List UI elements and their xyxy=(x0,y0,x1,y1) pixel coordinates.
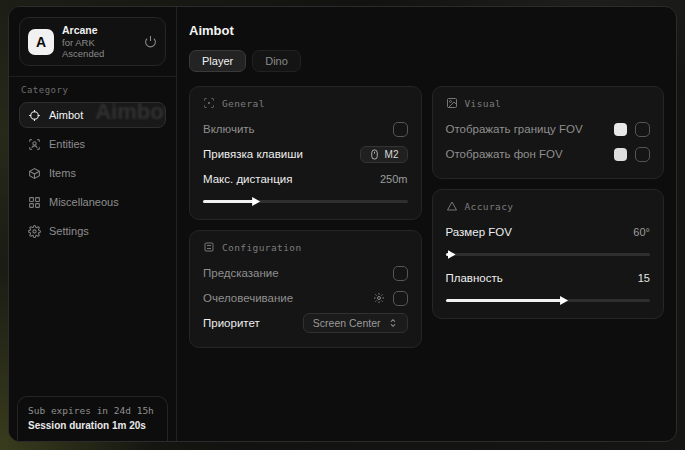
enable-checkbox[interactable] xyxy=(393,122,408,137)
smoothness-row: Плавность 15 xyxy=(446,267,651,289)
main-content: Aimbot Player Dino General xyxy=(177,7,676,441)
humanization-checkbox[interactable] xyxy=(393,291,408,306)
triangle-icon xyxy=(446,200,458,212)
keybind-row: Привязка клавиши M2 xyxy=(203,143,408,165)
visual-card-header: Visual xyxy=(446,97,651,109)
sidebar-item-entities[interactable]: Entities xyxy=(19,131,166,157)
prediction-checkbox[interactable] xyxy=(393,266,408,281)
brand-text: Arcane for ARK Ascended xyxy=(62,24,136,59)
configuration-card: Configuration Предсказание Очеловечивани… xyxy=(189,230,422,348)
smoothness-value: 15 xyxy=(638,272,650,284)
prediction-row: Предсказание xyxy=(203,262,408,284)
priority-label: Приоритет xyxy=(203,317,260,329)
app-name: Arcane xyxy=(62,24,136,36)
session-duration-text: Session duration 1m 20s xyxy=(28,420,157,431)
left-column: General Включить Привязка клавиши xyxy=(189,86,422,348)
humanization-settings-gear-icon[interactable] xyxy=(373,292,385,304)
slider-thumb[interactable] xyxy=(252,197,260,206)
sidebar-item-ghost-label: Aimbot xyxy=(95,102,166,125)
fov-background-row: Отображать фон FOV xyxy=(446,143,651,165)
brand-card: A Arcane for ARK Ascended xyxy=(19,17,166,66)
sidebar-divider xyxy=(9,76,176,77)
keybind-label: Привязка клавиши xyxy=(203,148,303,160)
sidebar-item-label: Settings xyxy=(49,225,89,237)
tab-player[interactable]: Player xyxy=(189,50,246,72)
tab-dino[interactable]: Dino xyxy=(252,50,301,72)
category-label: Category xyxy=(21,85,164,95)
sidebar-item-label: Miscellaneous xyxy=(49,196,119,208)
fov-background-color-swatch[interactable] xyxy=(614,148,627,161)
slider-thumb[interactable] xyxy=(448,250,456,259)
humanization-row: Очеловечивание xyxy=(203,287,408,309)
priority-row: Приоритет Screen Center xyxy=(203,312,408,334)
configuration-card-header: Configuration xyxy=(203,241,408,253)
gear-icon xyxy=(28,225,41,238)
configuration-card-title: Configuration xyxy=(222,242,302,253)
crosshair-icon xyxy=(28,109,41,122)
fov-border-label: Отображать границу FOV xyxy=(446,123,583,135)
smoothness-slider[interactable] xyxy=(446,295,651,305)
keybind-value: M2 xyxy=(385,149,399,160)
max-distance-value: 250m xyxy=(380,173,408,185)
fov-size-value: 60° xyxy=(633,226,650,238)
priority-value: Screen Center xyxy=(313,317,381,329)
slider-thumb[interactable] xyxy=(560,296,568,305)
box-icon xyxy=(28,167,41,180)
slider-fill xyxy=(203,200,254,203)
entities-icon xyxy=(28,138,41,151)
humanization-label: Очеловечивание xyxy=(203,292,293,304)
page-title: Aimbot xyxy=(189,23,664,38)
card-columns: General Включить Привязка клавиши xyxy=(189,86,664,348)
app-subtitle: for ARK Ascended xyxy=(62,37,136,59)
sidebar-nav: Aimbot Aimbot Entities Items xyxy=(19,102,166,244)
fov-size-row: Размер FOV 60° xyxy=(446,221,651,243)
general-card: General Включить Привязка клавиши xyxy=(189,86,422,220)
fov-border-checkbox[interactable] xyxy=(635,122,650,137)
accuracy-card: Accuracy Размер FOV 60° Плавность 15 xyxy=(432,189,665,319)
enable-label: Включить xyxy=(203,123,255,135)
sub-expires-text: Sub expires in 24d 15h xyxy=(28,405,157,416)
sidebar-item-items[interactable]: Items xyxy=(19,160,166,186)
power-icon[interactable] xyxy=(144,35,157,48)
fov-background-label: Отображать фон FOV xyxy=(446,148,563,160)
slider-track xyxy=(446,253,651,256)
fov-border-row: Отображать границу FOV xyxy=(446,118,651,140)
sidebar-item-aimbot[interactable]: Aimbot Aimbot xyxy=(19,102,166,128)
prediction-label: Предсказание xyxy=(203,267,279,279)
subscription-info: Sub expires in 24d 15h Session duration … xyxy=(17,396,168,441)
sidebar-item-settings[interactable]: Settings xyxy=(19,218,166,244)
smoothness-label: Плавность xyxy=(446,272,503,284)
sidebar-item-label: Entities xyxy=(49,138,85,150)
app-logo: A xyxy=(28,29,54,55)
max-distance-label: Макс. дистанция xyxy=(203,173,292,185)
keybind-button[interactable]: M2 xyxy=(360,146,408,163)
accuracy-card-title: Accuracy xyxy=(465,201,514,212)
enable-row: Включить xyxy=(203,118,408,140)
tab-bar: Player Dino xyxy=(189,50,664,72)
visual-card-title: Visual xyxy=(465,98,502,109)
caret-sort-icon xyxy=(388,318,398,328)
priority-dropdown[interactable]: Screen Center xyxy=(303,313,408,333)
fov-size-label: Размер FOV xyxy=(446,226,512,238)
max-distance-slider[interactable] xyxy=(203,196,408,206)
sidebar-item-label: Aimbot xyxy=(49,109,83,121)
sidebar: A Arcane for ARK Ascended Category Aim xyxy=(9,7,177,441)
accuracy-card-header: Accuracy xyxy=(446,200,651,212)
scan-icon xyxy=(203,97,215,109)
slider-fill xyxy=(446,299,563,302)
grid-icon xyxy=(28,196,41,209)
mouse-icon xyxy=(369,149,380,160)
sliders-icon xyxy=(203,241,215,253)
fov-background-checkbox[interactable] xyxy=(635,147,650,162)
right-column: Visual Отображать границу FOV Отображать… xyxy=(432,86,665,319)
fov-size-slider[interactable] xyxy=(446,249,651,259)
general-card-title: General xyxy=(222,98,265,109)
sidebar-item-miscellaneous[interactable]: Miscellaneous xyxy=(19,189,166,215)
image-icon xyxy=(446,97,458,109)
sidebar-item-label: Items xyxy=(49,167,76,179)
visual-card: Visual Отображать границу FOV Отображать… xyxy=(432,86,665,179)
general-card-header: General xyxy=(203,97,408,109)
fov-border-color-swatch[interactable] xyxy=(614,123,627,136)
max-distance-row: Макс. дистанция 250m xyxy=(203,168,408,190)
app-window: A Arcane for ARK Ascended Category Aim xyxy=(8,6,677,442)
